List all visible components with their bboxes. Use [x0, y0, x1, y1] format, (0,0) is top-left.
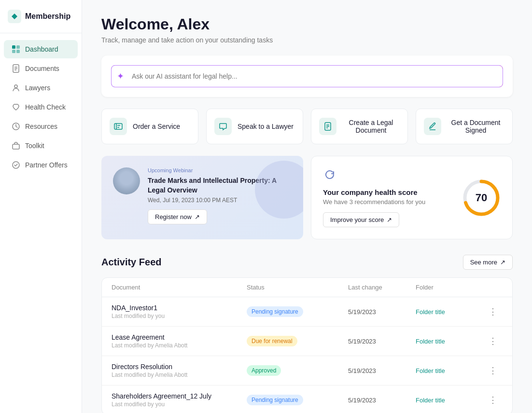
health-card-subtitle: We have 3 recommendations for you: [323, 198, 425, 206]
avatar: [113, 167, 140, 194]
col-document: Document: [112, 284, 247, 291]
ai-search-container: ✦: [101, 55, 513, 97]
folder-link[interactable]: Folder title: [416, 338, 483, 345]
row-menu-button[interactable]: ⋮: [483, 395, 503, 405]
ai-sparkle-icon: ✦: [117, 71, 124, 82]
col-folder: Folder: [416, 284, 483, 291]
health-card-content: Your company health score We have 3 reco…: [323, 168, 425, 227]
sidebar-item-toolkit[interactable]: Toolkit: [4, 137, 78, 155]
logo-text: Membership: [25, 12, 70, 21]
sidebar-item-dashboard-label: Dashboard: [25, 45, 58, 53]
create-document-icon: [319, 118, 336, 135]
doc-modified: Last modified by Amelia Abott: [112, 372, 247, 378]
page-title: Welcome, Alex: [101, 15, 513, 33]
order-service-button[interactable]: Order a Service: [101, 109, 198, 144]
svg-rect-13: [114, 124, 122, 129]
row-doc-info: Lease Agreement Last modified by Amelia …: [112, 333, 247, 349]
row-menu-button[interactable]: ⋮: [483, 365, 503, 376]
speak-lawyer-icon: [214, 118, 232, 135]
health-refresh-icon: [323, 168, 425, 184]
table-row: Directors Resolution Last modified by Am…: [102, 356, 512, 385]
activity-feed-title: Activity Feed: [101, 257, 161, 268]
logo[interactable]: Membership: [0, 0, 82, 33]
folder-link[interactable]: Folder title: [416, 367, 483, 374]
doc-name: Directors Resolution: [112, 363, 247, 371]
health-score-value: 70: [476, 192, 487, 204]
health-score-card: Your company health score We have 3 reco…: [311, 156, 513, 239]
last-change: 5/19/2023: [348, 367, 416, 374]
table-row: Lease Agreement Last modified by Amelia …: [102, 327, 512, 356]
sidebar-item-documents-label: Documents: [25, 65, 59, 72]
doc-name: Shareholders Agreement_12 July: [112, 392, 247, 400]
action-buttons-row: Order a Service Speak to a Lawyer Create…: [101, 109, 513, 144]
health-score-circle: 70: [462, 179, 501, 217]
resources-icon: [12, 122, 20, 131]
row-status: Approved: [247, 365, 348, 376]
sidebar-item-documents[interactable]: Documents: [4, 59, 78, 78]
row-doc-info: Directors Resolution Last modified by Am…: [112, 363, 247, 378]
row-status: Pending signature: [247, 395, 348, 405]
sidebar-item-toolkit-label: Toolkit: [25, 142, 44, 150]
create-document-button[interactable]: Create a Legal Document: [311, 109, 408, 144]
col-actions: [483, 284, 503, 291]
last-change: 5/19/2023: [348, 397, 416, 404]
create-document-label: Create a Legal Document: [342, 119, 400, 134]
doc-name: Lease Agreement: [112, 333, 247, 341]
last-change: 5/19/2023: [348, 338, 416, 345]
speak-lawyer-button[interactable]: Speak to a Lawyer: [206, 109, 303, 144]
col-last-change: Last change: [348, 284, 416, 291]
external-link-icon: ↗: [195, 213, 200, 220]
svg-point-9: [14, 85, 17, 88]
doc-modified: Last modified by you: [112, 401, 247, 408]
sidebar-item-resources[interactable]: Resources: [4, 117, 78, 136]
order-service-label: Order a Service: [133, 123, 180, 130]
activity-feed-header: Activity Feed See more ↗: [101, 255, 513, 270]
sidebar-item-health-check[interactable]: Health Check: [4, 98, 78, 116]
toolkit-icon: [12, 141, 20, 150]
svg-rect-1: [12, 45, 15, 49]
ai-search-input[interactable]: [111, 65, 503, 87]
svg-rect-4: [16, 50, 20, 53]
page-subtitle: Track, manage and take action on your ou…: [101, 36, 513, 44]
improve-score-button[interactable]: Improve your score ↗: [323, 212, 399, 227]
status-badge: Due for renewal: [247, 336, 297, 346]
avatar-image: [113, 167, 140, 194]
sidebar-item-lawyers-label: Lawyers: [25, 84, 50, 92]
row-doc-info: Shareholders Agreement_12 July Last modi…: [112, 392, 247, 408]
sidebar-item-partner-offers[interactable]: Partner Offers: [4, 156, 78, 174]
row-menu-button[interactable]: ⋮: [483, 306, 503, 317]
ai-search-wrapper: ✦: [111, 65, 503, 87]
last-change: 5/19/2023: [348, 308, 416, 316]
get-signed-button[interactable]: Get a Document Signed: [416, 109, 513, 144]
see-more-button[interactable]: See more ↗: [463, 255, 513, 270]
status-badge: Pending signature: [247, 395, 303, 405]
dashboard-icon: [12, 45, 20, 54]
register-now-button[interactable]: Register now ↗: [148, 209, 207, 224]
cards-row: Upcoming Webinar Trade Marks and Intelle…: [101, 156, 513, 239]
row-menu-button[interactable]: ⋮: [483, 336, 503, 346]
sidebar-item-dashboard[interactable]: Dashboard: [4, 40, 78, 58]
sidebar-item-lawyers[interactable]: Lawyers: [4, 79, 78, 97]
row-status: Due for renewal: [247, 336, 348, 346]
logo-icon: [8, 10, 21, 23]
row-doc-info: NDA_Investor1 Last modified by you: [112, 304, 247, 319]
sidebar-item-partner-offers-label: Partner Offers: [25, 161, 68, 169]
activity-table: Document Status Last change Folder NDA_I…: [101, 277, 513, 413]
speak-lawyer-label: Speak to a Lawyer: [238, 123, 294, 130]
lawyers-icon: [12, 83, 20, 92]
table-row: NDA_Investor1 Last modified by you Pendi…: [102, 297, 512, 327]
doc-name: NDA_Investor1: [112, 304, 247, 312]
order-service-icon: [110, 118, 127, 135]
arrow-up-right-icon: ↗: [387, 216, 392, 223]
main-content: Welcome, Alex Track, manage and take act…: [82, 0, 532, 413]
col-status: Status: [247, 284, 348, 291]
sidebar-item-health-check-label: Health Check: [25, 103, 66, 111]
folder-link[interactable]: Folder title: [416, 308, 483, 316]
health-check-icon: [12, 103, 20, 111]
folder-link[interactable]: Folder title: [416, 397, 483, 404]
sidebar-item-resources-label: Resources: [25, 123, 57, 130]
sidebar-nav: Dashboard Documents Lawyers Health Check: [0, 33, 82, 413]
documents-icon: [12, 64, 20, 73]
improve-score-label: Improve your score: [330, 216, 384, 223]
register-now-label: Register now: [155, 213, 192, 220]
